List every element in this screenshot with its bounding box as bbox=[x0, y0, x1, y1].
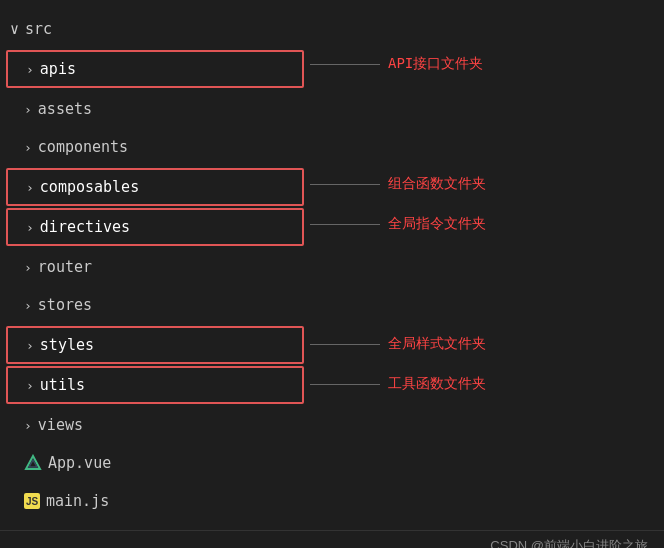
annotation-line bbox=[310, 224, 380, 225]
folder-composables[interactable]: › composables bbox=[6, 168, 304, 206]
chevron-right-icon: › bbox=[26, 180, 34, 195]
folder-assets[interactable]: › assets bbox=[0, 90, 310, 128]
folder-utils[interactable]: › utils bbox=[6, 366, 304, 404]
annotation-text: API接口文件夹 bbox=[388, 55, 483, 73]
annotation-text: 工具函数文件夹 bbox=[388, 375, 486, 393]
chevron-right-icon: › bbox=[26, 220, 34, 235]
folder-label: views bbox=[38, 416, 83, 434]
folder-label: composables bbox=[40, 178, 139, 196]
file-label: main.js bbox=[46, 492, 109, 510]
folder-label: directives bbox=[40, 218, 130, 236]
file-tree: ∨ src › apis › assets › components › com… bbox=[0, 0, 310, 530]
folder-label: stores bbox=[38, 296, 92, 314]
folder-directives[interactable]: › directives bbox=[6, 208, 304, 246]
file-main-js[interactable]: JS main.js bbox=[0, 482, 310, 520]
annotation-line bbox=[310, 384, 380, 385]
file-app-vue[interactable]: App.vue bbox=[0, 444, 310, 482]
vue-icon bbox=[24, 454, 42, 472]
chevron-right-icon: › bbox=[24, 260, 32, 275]
chevron-right-icon: › bbox=[26, 62, 34, 77]
file-label: App.vue bbox=[48, 454, 111, 472]
folder-router[interactable]: › router bbox=[0, 248, 310, 286]
chevron-right-icon: › bbox=[24, 140, 32, 155]
chevron-right-icon: › bbox=[26, 338, 34, 353]
chevron-right-icon: › bbox=[24, 298, 32, 313]
chevron-right-icon: › bbox=[24, 102, 32, 117]
folder-stores[interactable]: › stores bbox=[0, 286, 310, 324]
footer-text: CSDN @前端小白进阶之旅 bbox=[490, 537, 648, 548]
folder-label: assets bbox=[38, 100, 92, 118]
folder-label: styles bbox=[40, 336, 94, 354]
annotations-panel: API接口文件夹 组合函数文件夹 全局指令文件夹 全局样式文件夹 工具函数文件夹 bbox=[310, 0, 664, 530]
annotation-directives: 全局指令文件夹 bbox=[310, 215, 486, 233]
annotation-line bbox=[310, 344, 380, 345]
src-label: src bbox=[25, 20, 52, 38]
folder-label: router bbox=[38, 258, 92, 276]
annotation-text: 全局样式文件夹 bbox=[388, 335, 486, 353]
folder-components[interactable]: › components bbox=[0, 128, 310, 166]
folder-apis[interactable]: › apis bbox=[6, 50, 304, 88]
annotation-composables: 组合函数文件夹 bbox=[310, 175, 486, 193]
js-icon: JS bbox=[24, 493, 40, 509]
annotation-apis: API接口文件夹 bbox=[310, 55, 483, 73]
footer: CSDN @前端小白进阶之旅 bbox=[0, 530, 664, 548]
annotation-text: 全局指令文件夹 bbox=[388, 215, 486, 233]
annotation-line bbox=[310, 64, 380, 65]
annotation-utils: 工具函数文件夹 bbox=[310, 375, 486, 393]
folder-label: components bbox=[38, 138, 128, 156]
annotation-styles: 全局样式文件夹 bbox=[310, 335, 486, 353]
folder-views[interactable]: › views bbox=[0, 406, 310, 444]
chevron-right-icon: › bbox=[26, 378, 34, 393]
folder-label: apis bbox=[40, 60, 76, 78]
chevron-down-icon: ∨ bbox=[10, 20, 19, 38]
annotation-line bbox=[310, 184, 380, 185]
chevron-right-icon: › bbox=[24, 418, 32, 433]
folder-styles[interactable]: › styles bbox=[6, 326, 304, 364]
src-folder[interactable]: ∨ src bbox=[0, 10, 310, 48]
annotation-text: 组合函数文件夹 bbox=[388, 175, 486, 193]
folder-label: utils bbox=[40, 376, 85, 394]
